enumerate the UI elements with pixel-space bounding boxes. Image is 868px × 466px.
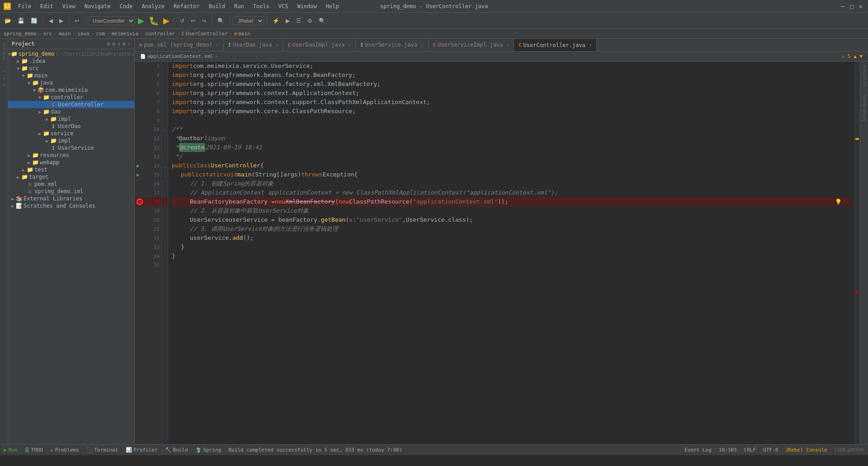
menu-view[interactable]: View (59, 2, 79, 10)
sidebar-settings-icon[interactable]: ⚙ (123, 41, 126, 47)
menu-navigate[interactable]: Navigate (81, 2, 114, 10)
tab-pom-xml[interactable]: m pom.xml (spring_demo) × (135, 39, 224, 51)
menu-run[interactable]: Run (231, 2, 248, 10)
tree-item-resources[interactable]: ▶ 📁 resources (8, 152, 134, 159)
open-recent-button[interactable]: 📂 (2, 17, 14, 25)
tab-userservice[interactable]: I UserService.java × (356, 39, 429, 51)
tree-item-pom[interactable]: ▶ m pom.xml (8, 181, 134, 188)
tab-usercontroller[interactable]: C UserController.java × (514, 39, 596, 51)
right-scrollbar[interactable] (854, 62, 860, 444)
tree-item-iml[interactable]: ▶ ⚙ spring_demo.iml (8, 188, 134, 195)
search-everywhere-button[interactable]: 🔍 (215, 17, 227, 25)
run-status-button[interactable]: ▶ Run (4, 447, 18, 453)
tree-item-spring-demo[interactable]: ▼ 📁 spring_demo C:\Users\32120\IdeaProje… (8, 50, 134, 57)
structure-panel-btn[interactable]: Structure (862, 63, 867, 89)
run-coverage-button[interactable]: ▶ (161, 16, 171, 26)
todo-button[interactable]: ☰ TODO (25, 447, 43, 453)
tree-item-dao-impl[interactable]: ▶ 📁 impl (8, 115, 134, 123)
fold-javadoc-icon[interactable]: ⌄ (162, 125, 168, 134)
project-tool-button[interactable]: Project (2, 41, 6, 62)
vcs-button[interactable]: ⚙ (305, 17, 315, 25)
terminal-button[interactable]: ⬛ Terminal (86, 447, 118, 453)
tab-close-userserviceimpl[interactable]: × (506, 43, 509, 48)
menu-edit[interactable]: Edit (37, 2, 57, 10)
sidebar-collapse-icon[interactable]: − (127, 41, 131, 47)
tree-item-controller[interactable]: ▼ 📁 controller (8, 94, 134, 101)
breakpoint-circle[interactable] (137, 199, 143, 205)
tree-item-dao[interactable]: ▶ 📁 dao (8, 108, 134, 115)
menu-build[interactable]: Build (205, 2, 229, 10)
tab-close-userdao[interactable]: × (276, 43, 278, 48)
menu-vcs[interactable]: VCS (275, 2, 292, 10)
fold-method-icon[interactable]: ⌄ (162, 170, 168, 179)
bc-src[interactable]: src (43, 31, 52, 37)
bc-meimeixia[interactable]: meimeixia (112, 31, 139, 37)
menu-file[interactable]: File (14, 2, 35, 10)
problems-button[interactable]: ⚠ Problems (50, 447, 79, 453)
jrebel-dropdown[interactable]: JRebel (233, 16, 264, 25)
spring-status-button[interactable]: 🍃 Spring (195, 447, 222, 453)
tree-item-external-libs[interactable]: ▶ 📚 External Libraries (8, 195, 134, 202)
sidebar-sort-icon[interactable]: ↕ (117, 41, 120, 47)
tree-item-service-impl[interactable]: ▶ 📁 impl (8, 137, 134, 144)
menu-code[interactable]: Code (116, 2, 137, 10)
menu-help[interactable]: Help (322, 2, 343, 10)
run-btn-2[interactable]: ▶ (283, 17, 292, 25)
fold-class-icon[interactable]: ⌄ (162, 161, 168, 170)
bc-class[interactable]: CUserController (182, 31, 228, 37)
search-button[interactable]: 🔍 (316, 17, 328, 25)
bc-controller[interactable]: controller (145, 31, 175, 37)
bc-java[interactable]: java (77, 31, 90, 37)
setup-guide-btn[interactable]: Setup Guide (862, 93, 867, 124)
run-config-dropdown[interactable]: UserController (88, 16, 135, 25)
tab-userserviceimpl[interactable]: C UserServiceImpl.java × (429, 39, 514, 51)
bc-com[interactable]: com (96, 31, 105, 37)
tab-close-userservice[interactable]: × (421, 43, 424, 48)
run-button[interactable]: ▶ (136, 16, 146, 26)
maximize-button[interactable]: □ (848, 3, 855, 10)
close-button[interactable]: ✕ (857, 3, 864, 10)
reload-button[interactable]: ↺ (177, 17, 187, 25)
synchronize-button[interactable]: 🔄 (28, 17, 40, 25)
tree-item-webapp[interactable]: ▶ 📁 webapp (8, 159, 134, 166)
revert-button[interactable]: ↩ (72, 17, 82, 25)
tree-item-java[interactable]: ▼ 📁 java (8, 79, 134, 86)
menu-window[interactable]: Window (293, 2, 320, 10)
favorites-icon[interactable]: ★ (3, 76, 5, 81)
tree-item-src[interactable]: ▼ 📁 src (8, 65, 134, 72)
save-all-button[interactable]: 💾 (15, 17, 27, 25)
menu-tools[interactable]: Tools (250, 2, 273, 10)
sidebar-sync-icon[interactable]: ≡ (112, 41, 115, 47)
tab-close-appcontext[interactable]: × (215, 54, 218, 59)
tab-close-pom[interactable]: × (216, 43, 219, 48)
tree-item-usercontroller[interactable]: ▶ C UserController (8, 101, 134, 108)
tree-item-com-meimeixia[interactable]: ▼ 📦 com.meimeixia (8, 86, 134, 94)
profiler-button[interactable]: 📊 Profiler (126, 447, 158, 453)
tab-userdao[interactable]: I UserDao.java × (224, 39, 283, 51)
sdk-button[interactable]: ☰ (293, 17, 304, 25)
tree-item-target[interactable]: ▶ 📁 target (8, 173, 134, 181)
line-ending-status[interactable]: CRLF (744, 447, 756, 453)
warning-lightbulb-icon[interactable]: 💡 (835, 197, 842, 206)
sidebar-cog-icon[interactable]: ⚙ (107, 41, 110, 47)
back-button[interactable]: ◀ (46, 17, 56, 25)
menu-analyze[interactable]: Analyze (138, 2, 168, 10)
tree-item-service[interactable]: ▶ 📁 service (8, 130, 134, 137)
tree-item-test[interactable]: ▶ 📁 test (8, 166, 134, 173)
tab-application-context[interactable]: 📄 applicationContext.xml × (137, 52, 222, 60)
redo-toolbar-button[interactable]: ↪ (199, 17, 209, 25)
tab-userdaoimpl[interactable]: C UserDaoImpl.java × (283, 39, 356, 51)
minimize-button[interactable]: ─ (839, 3, 846, 10)
menu-refactor[interactable]: Refactor (170, 2, 203, 10)
tree-item-scratches[interactable]: ▶ 📝 Scratches and Consoles (8, 202, 134, 209)
jrebel-console-button[interactable]: JRebel Console (785, 447, 827, 453)
run-main-icon[interactable]: ▶ (137, 172, 140, 178)
bc-method[interactable]: mmain (234, 31, 250, 37)
build-status-button[interactable]: 🔨 Build (165, 447, 188, 453)
tab-close-usercontroller[interactable]: × (589, 43, 592, 48)
run-class-icon[interactable]: ▶ (137, 163, 140, 169)
event-log-button[interactable]: Event Log (684, 447, 712, 453)
tree-item-idea[interactable]: ▶ 📁 .idea (8, 57, 134, 65)
forward-button[interactable]: ▶ (57, 17, 66, 25)
jrebel-left-icon[interactable]: J (3, 83, 5, 88)
